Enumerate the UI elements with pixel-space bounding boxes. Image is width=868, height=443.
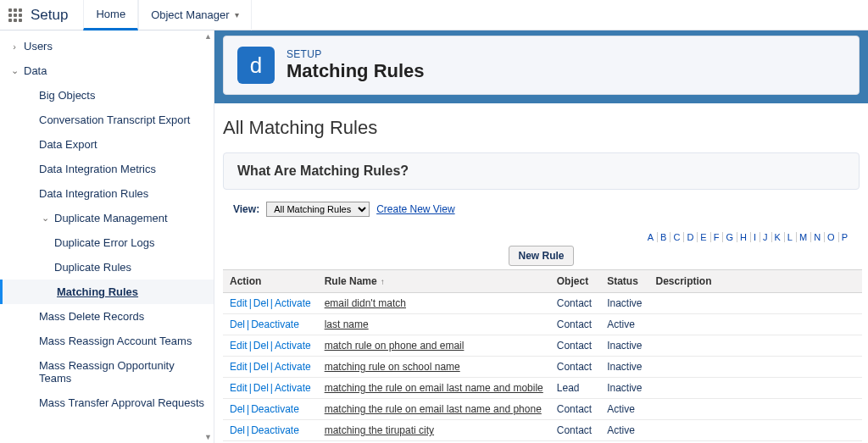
chevron-right-icon[interactable]: › xyxy=(8,42,20,52)
cell-status: Inactive xyxy=(600,335,648,357)
sidebar-item-label: Data xyxy=(24,64,47,77)
col-status[interactable]: Status xyxy=(600,270,648,293)
action-del[interactable]: Del xyxy=(230,424,245,436)
cell-status: Inactive xyxy=(600,357,648,378)
action-edit[interactable]: Edit xyxy=(230,297,248,309)
rule-name-link[interactable]: matching the rule on email last name and… xyxy=(325,403,542,415)
cell-description xyxy=(649,293,862,314)
action-deactivate[interactable]: Deactivate xyxy=(251,318,299,330)
rule-name-link[interactable]: matching the tirupati city xyxy=(325,424,434,436)
chevron-down-icon[interactable]: ⌄ xyxy=(8,65,20,76)
cell-object: Contact xyxy=(550,335,600,357)
sidebar-item-data[interactable]: ⌄Data xyxy=(0,58,214,83)
sidebar-item-data-export[interactable]: Data Export xyxy=(0,132,214,157)
sidebar-item-mass-transfer-approval-requests[interactable]: Mass Transfer Approval Requests xyxy=(0,390,214,415)
sidebar-item-label: Conversation Transcript Export xyxy=(39,114,190,126)
sidebar-item-conversation-transcript-export[interactable]: Conversation Transcript Export xyxy=(0,108,214,132)
view-row: View: All Matching Rules Create New View xyxy=(233,202,860,217)
new-rule-button[interactable]: New Rule xyxy=(509,246,573,266)
table-row: Del|Deactivatelast nameContactActive xyxy=(223,314,862,335)
action-deactivate[interactable]: Deactivate xyxy=(251,424,299,436)
alpha-g[interactable]: G xyxy=(723,232,737,242)
sidebar-item-duplicate-management[interactable]: ⌄Duplicate Management xyxy=(0,206,214,230)
action-activate[interactable]: Activate xyxy=(275,297,311,309)
sidebar-item-data-integration-metrics[interactable]: Data Integration Metrics xyxy=(0,157,214,181)
nav-tab-home[interactable]: Home xyxy=(83,0,138,30)
table-row: Del|Deactivatematching the rule on email… xyxy=(223,399,862,420)
action-del[interactable]: Del xyxy=(253,297,269,309)
alpha-f[interactable]: F xyxy=(711,232,724,242)
cell-rule-name: email didn't match xyxy=(318,293,550,314)
alpha-c[interactable]: C xyxy=(670,232,684,242)
rule-name-link[interactable]: matching rule on school name xyxy=(325,361,460,373)
nav-tab-object-manager[interactable]: Object Manager▾ xyxy=(138,0,252,30)
rule-name-link[interactable]: email didn't match xyxy=(325,297,406,309)
alpha-p[interactable]: P xyxy=(839,232,851,242)
sidebar-item-label: Big Objects xyxy=(39,89,95,102)
table-row: Edit|Del|Activatematching the rule on em… xyxy=(223,378,862,399)
sidebar-item-label: Users xyxy=(24,40,53,53)
rule-name-link[interactable]: last name xyxy=(325,318,369,330)
action-activate[interactable]: Activate xyxy=(275,340,311,352)
sidebar-item-mass-reassign-opportunity-teams[interactable]: Mass Reassign Opportunity Teams xyxy=(0,353,214,390)
cell-rule-name: match rule on phone and email xyxy=(318,335,550,357)
alpha-h[interactable]: H xyxy=(737,232,751,242)
view-label: View: xyxy=(233,203,259,215)
action-del[interactable]: Del xyxy=(253,361,269,373)
table-row: Edit|Del|Activatematching rule on school… xyxy=(223,357,862,378)
sidebar-item-label: Mass Delete Records xyxy=(39,310,144,323)
alpha-e[interactable]: E xyxy=(698,232,710,242)
alpha-j[interactable]: J xyxy=(760,232,772,242)
col-description[interactable]: Description xyxy=(649,270,862,293)
alpha-b[interactable]: B xyxy=(658,232,670,242)
alpha-n[interactable]: N xyxy=(811,232,825,242)
rule-name-link[interactable]: match rule on phone and email xyxy=(325,340,465,352)
action-activate[interactable]: Activate xyxy=(275,361,311,373)
action-del[interactable]: Del xyxy=(253,340,269,352)
cell-description xyxy=(649,399,862,420)
col-action: Action xyxy=(223,270,318,293)
cell-rule-name: matching the tirupati city xyxy=(318,420,550,441)
alpha-k[interactable]: K xyxy=(772,232,785,242)
cell-description xyxy=(649,335,862,357)
info-panel: What Are Matching Rules? xyxy=(223,152,860,190)
action-del[interactable]: Del xyxy=(253,382,269,394)
cell-action: Del|Deactivate xyxy=(223,399,318,420)
chevron-down-icon[interactable]: ⌄ xyxy=(39,213,51,224)
scrollbar-down-icon[interactable]: ▼ xyxy=(204,433,212,441)
view-select[interactable]: All Matching Rules xyxy=(266,202,370,217)
action-edit[interactable]: Edit xyxy=(230,361,248,373)
alpha-m[interactable]: M xyxy=(797,232,811,242)
action-deactivate[interactable]: Deactivate xyxy=(251,403,299,415)
sidebar-item-matching-rules[interactable]: Matching Rules xyxy=(0,280,214,304)
hero-icon: d xyxy=(237,47,275,84)
action-edit[interactable]: Edit xyxy=(230,382,248,394)
cell-status: Inactive xyxy=(600,378,648,399)
app-launcher-icon[interactable] xyxy=(5,5,25,25)
action-edit[interactable]: Edit xyxy=(230,340,248,352)
cell-description xyxy=(649,357,862,378)
sidebar-item-duplicate-rules[interactable]: Duplicate Rules xyxy=(0,255,214,280)
sidebar-item-data-integration-rules[interactable]: Data Integration Rules xyxy=(0,181,214,206)
cell-rule-name: matching the rule on email last name and… xyxy=(318,378,550,399)
cell-action: Edit|Del|Activate xyxy=(223,357,318,378)
action-activate[interactable]: Activate xyxy=(275,382,311,394)
alpha-o[interactable]: O xyxy=(825,232,839,242)
action-del[interactable]: Del xyxy=(230,318,245,330)
cell-action: Del|Deactivate xyxy=(223,420,318,441)
alpha-a[interactable]: A xyxy=(645,232,658,242)
sidebar-item-big-objects[interactable]: Big Objects xyxy=(0,83,214,108)
col-object[interactable]: Object xyxy=(550,270,600,293)
action-del[interactable]: Del xyxy=(230,403,245,415)
alpha-i[interactable]: I xyxy=(751,232,760,242)
sidebar-item-duplicate-error-logs[interactable]: Duplicate Error Logs xyxy=(0,230,214,255)
sidebar-item-mass-delete-records[interactable]: Mass Delete Records xyxy=(0,304,214,329)
rule-name-link[interactable]: matching the rule on email last name and… xyxy=(325,382,543,394)
sidebar-item-mass-reassign-account-teams[interactable]: Mass Reassign Account Teams xyxy=(0,329,214,353)
sidebar-item-users[interactable]: ›Users xyxy=(0,34,214,58)
alpha-l[interactable]: L xyxy=(785,232,797,242)
alpha-d[interactable]: D xyxy=(684,232,698,242)
create-view-link[interactable]: Create New View xyxy=(376,203,454,215)
col-rule-name[interactable]: Rule Name↑ xyxy=(318,270,550,293)
scrollbar-up-icon[interactable]: ▲ xyxy=(204,32,212,41)
